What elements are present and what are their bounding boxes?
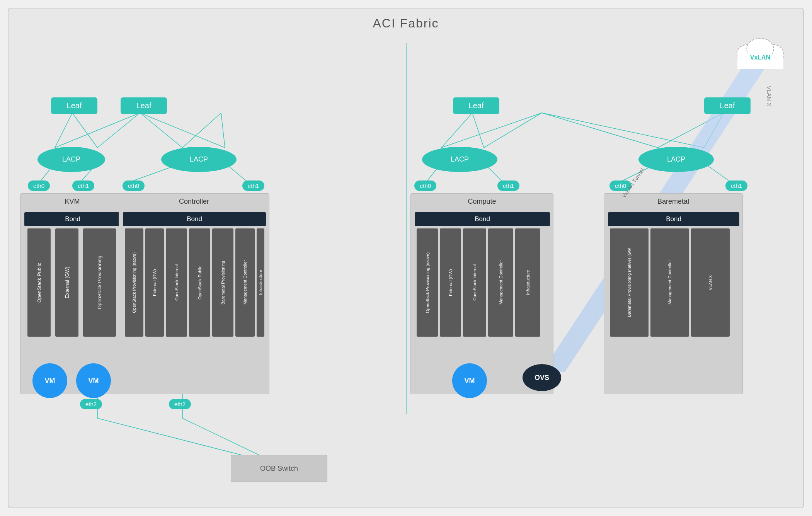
bm-bond: Bond: [608, 212, 739, 226]
ovs: OVS: [523, 364, 561, 391]
comp-vlan-5: Infrastructure: [515, 228, 540, 337]
vxlan-cloud: VxLAN: [731, 28, 789, 72]
lacp-2: LACP: [161, 147, 237, 172]
ctrl-eth1: eth1: [242, 181, 264, 191]
bm-vlan-1: Baremetal Provisioning (native) (GW: [610, 228, 649, 337]
comp-vm: VM: [452, 363, 487, 398]
compute-node-box: Compute Bond OpenStack Provisioning (nat…: [410, 193, 553, 394]
svg-line-22: [704, 113, 723, 148]
leaf-4: Leaf: [704, 97, 751, 114]
lacp-4: LACP: [638, 147, 714, 172]
leaf-1: Leaf: [51, 97, 97, 114]
svg-line-13: [441, 113, 472, 148]
kvm-vlan-1: OpenStack Public: [27, 228, 51, 337]
aci-fabric-title: ACI Fabric: [9, 9, 803, 34]
svg-text:VxLAN: VxLAN: [750, 54, 770, 61]
svg-line-7: [140, 113, 182, 148]
comp-vlan-4: Management Controller: [488, 228, 513, 337]
leaf-2: Leaf: [121, 97, 167, 114]
bm-eth1: eth1: [725, 181, 747, 191]
ctrl-vlan-2: External (GW): [145, 228, 164, 337]
bm-vlan-3: VLAN X: [691, 228, 730, 337]
kvm-bond: Bond: [24, 212, 121, 226]
lacp-3: LACP: [422, 147, 497, 172]
comp-vlan-3: OpenStack Internal: [463, 228, 486, 337]
comp-vlan-2: External (GW): [440, 228, 461, 337]
baremetal-node-box: Baremetal Bond Baremetal Provisioning (n…: [604, 193, 743, 394]
kvm-vm-1: VM: [32, 363, 67, 398]
comp-eth1: eth1: [497, 181, 519, 191]
lacp-1: LACP: [37, 147, 105, 172]
svg-line-9: [182, 113, 221, 148]
oob-switch: OOB Switch: [231, 455, 327, 482]
ctrl-vlan-7: Infrastructure: [257, 228, 264, 337]
baremetal-title: Baremetal: [604, 198, 742, 206]
ctrl-eth0: eth0: [123, 181, 145, 191]
svg-line-3: [55, 113, 140, 148]
svg-line-15: [441, 113, 542, 148]
ctrl-vlan-6: Management Controller: [235, 228, 255, 337]
ctrl-vlan-5: Baremetal Provisioning: [212, 228, 233, 337]
svg-line-20: [542, 113, 704, 148]
svg-line-21: [658, 113, 723, 148]
compute-title: Compute: [411, 198, 553, 206]
kvm-eth1: eth1: [72, 181, 94, 191]
ctrl-vlan-3: OpenStack Internal: [166, 228, 187, 337]
svg-line-19: [542, 113, 658, 148]
svg-line-14: [472, 113, 484, 148]
main-container: ACI Fabric: [8, 8, 804, 508]
svg-line-16: [484, 113, 542, 148]
kvm-vlan-2: External (GW): [55, 228, 78, 337]
controller-title: Controller: [119, 198, 269, 206]
comp-vlan-1: OpenStack Provisioning (native): [417, 228, 438, 337]
kvm-eth0: eth0: [28, 181, 50, 191]
svg-line-4: [97, 113, 140, 148]
kvm-title: KVM: [20, 198, 124, 206]
svg-line-1: [55, 113, 72, 148]
svg-line-10: [221, 113, 225, 148]
controller-node-box: Controller Bond OpenStack Provisioning (…: [119, 193, 269, 394]
kvm-node-box: KVM Bond OpenStack Public External (GW) …: [20, 193, 124, 394]
kvm-vm-2: VM: [76, 363, 111, 398]
comp-eth0: eth0: [414, 181, 436, 191]
leaf-3: Leaf: [453, 97, 499, 114]
svg-line-8: [140, 113, 225, 148]
bm-vlan-2: Management Controller: [650, 228, 689, 337]
ctrl-bond: Bond: [123, 212, 266, 226]
comp-bond: Bond: [415, 212, 550, 226]
kvm-eth2: eth2: [80, 399, 102, 409]
ctrl-vlan-1: OpenStack Provisioning (native): [125, 228, 143, 337]
ctrl-eth2: eth2: [169, 399, 191, 409]
kvm-vlan-3: OpenStack Provisioning: [83, 228, 116, 337]
vlan-x-label: VLAN X: [766, 86, 773, 106]
svg-line-2: [72, 113, 97, 148]
ctrl-vlan-4: OpenStack Public: [189, 228, 210, 337]
